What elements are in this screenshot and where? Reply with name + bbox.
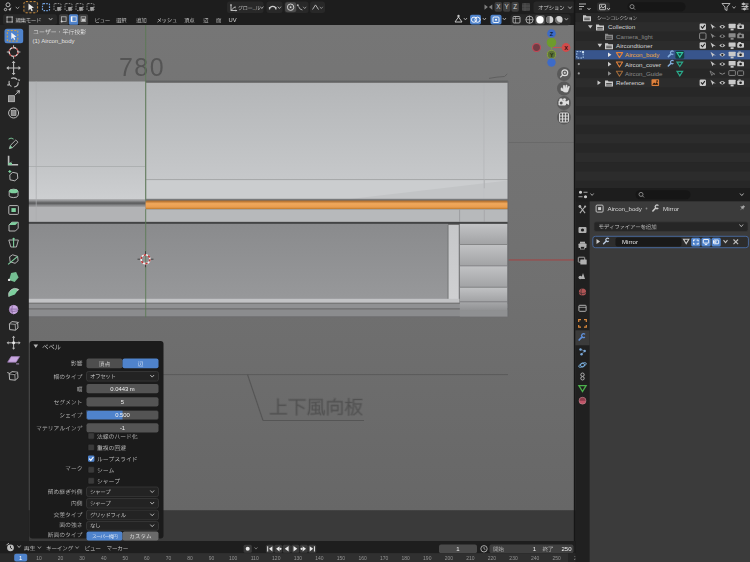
svg-text:160: 160: [358, 555, 367, 561]
svg-text:Collection: Collection: [608, 23, 636, 30]
svg-text:70: 70: [166, 555, 172, 561]
svg-text:10: 10: [36, 555, 42, 561]
svg-text:0.500: 0.500: [115, 412, 130, 418]
svg-text:80: 80: [187, 555, 193, 561]
svg-text:150: 150: [337, 555, 346, 561]
svg-text:780: 780: [119, 53, 165, 81]
svg-text:200: 200: [445, 555, 454, 561]
svg-text:Camera_light: Camera_light: [616, 33, 653, 40]
svg-text:120: 120: [272, 555, 281, 561]
svg-text:100: 100: [229, 555, 238, 561]
svg-text:Mirror: Mirror: [622, 238, 638, 245]
svg-text:Reference: Reference: [616, 79, 645, 86]
svg-text:170: 170: [380, 555, 389, 561]
svg-text:0.0443 m: 0.0443 m: [110, 386, 135, 392]
svg-text:Z: Z: [550, 31, 554, 37]
svg-text:110: 110: [251, 555, 259, 561]
svg-text:(1) Aircon_body: (1) Aircon_body: [33, 38, 75, 44]
svg-text:250: 250: [553, 555, 562, 561]
svg-text:Z: Z: [513, 3, 517, 10]
svg-text:250: 250: [561, 546, 572, 552]
svg-text:140: 140: [315, 555, 324, 561]
svg-text:90: 90: [209, 555, 215, 561]
svg-text:Aircon_body: Aircon_body: [625, 51, 660, 58]
svg-text:230: 230: [509, 555, 518, 561]
svg-text:Aircondtioner: Aircondtioner: [616, 42, 652, 49]
svg-text:190: 190: [423, 555, 432, 561]
svg-text:20: 20: [58, 555, 64, 561]
svg-text:240: 240: [531, 555, 540, 561]
svg-text:130: 130: [294, 555, 303, 561]
svg-text:60: 60: [144, 555, 150, 561]
svg-text:X: X: [564, 45, 568, 51]
svg-text:..: ..: [253, 5, 256, 11]
svg-text:Mirror: Mirror: [663, 205, 679, 212]
svg-text:Aircon_cover: Aircon_cover: [625, 61, 661, 68]
svg-text:30: 30: [79, 555, 85, 561]
svg-text:Aircon_body: Aircon_body: [608, 205, 643, 212]
svg-text:40: 40: [101, 555, 107, 561]
svg-text:50: 50: [122, 555, 128, 561]
svg-text:180: 180: [402, 555, 411, 561]
svg-text:-1: -1: [120, 425, 125, 431]
svg-text:UV: UV: [229, 17, 237, 23]
svg-text:Y: Y: [550, 52, 554, 58]
svg-text:210: 210: [466, 555, 475, 561]
svg-text:220: 220: [488, 555, 497, 561]
svg-text:Aircon_Guide: Aircon_Guide: [625, 70, 663, 77]
